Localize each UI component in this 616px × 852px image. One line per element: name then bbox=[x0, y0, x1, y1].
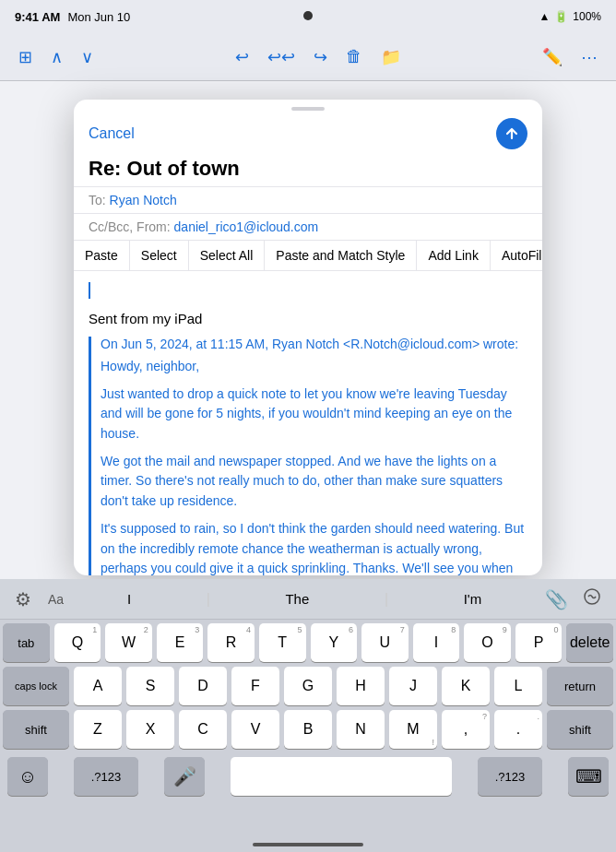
prediction-3[interactable]: I'm bbox=[453, 589, 493, 609]
key-k[interactable]: K bbox=[442, 667, 490, 705]
compose-button[interactable]: ✏️ bbox=[535, 41, 570, 73]
subject-line: Re: Out of town bbox=[74, 157, 542, 186]
quoted-paragraph-2: Just wanted to drop a quick note to let … bbox=[101, 385, 527, 444]
right-shift-key[interactable]: shift bbox=[547, 710, 613, 749]
add-link-button[interactable]: Add Link bbox=[417, 241, 490, 270]
prediction-1[interactable]: I bbox=[116, 589, 142, 609]
drag-handle bbox=[291, 107, 325, 111]
keyboard-top-right: 📎 bbox=[539, 584, 607, 614]
wifi-icon: ▲ bbox=[539, 10, 550, 23]
prev-message-button[interactable]: ∧ bbox=[43, 41, 70, 73]
key-l[interactable]: L bbox=[494, 667, 542, 705]
key-g[interactable]: G bbox=[284, 667, 332, 705]
key-e[interactable]: 3E bbox=[157, 623, 204, 662]
font-size-button[interactable]: Aa bbox=[42, 588, 69, 610]
key-b[interactable]: B bbox=[284, 710, 332, 749]
reply-button[interactable]: ↩ bbox=[228, 41, 256, 73]
key-x[interactable]: X bbox=[126, 710, 174, 749]
num-sym-key-left[interactable]: .?123 bbox=[74, 757, 138, 796]
key-f[interactable]: F bbox=[231, 667, 279, 705]
autofill-button[interactable]: AutoFill bbox=[491, 241, 542, 270]
num-sym-key-right[interactable]: .?123 bbox=[478, 757, 542, 796]
key-a[interactable]: A bbox=[74, 667, 122, 705]
key-t[interactable]: 5T bbox=[259, 623, 306, 662]
key-r[interactable]: 4R bbox=[207, 623, 255, 662]
select-all-button[interactable]: Select All bbox=[189, 241, 266, 270]
prediction-2[interactable]: The bbox=[274, 589, 320, 609]
key-d[interactable]: D bbox=[179, 667, 227, 705]
cc-bcc-label: Cc/Bcc, From: bbox=[89, 219, 171, 234]
key-u[interactable]: 7U bbox=[361, 623, 409, 662]
tab-key[interactable]: tab bbox=[3, 623, 50, 662]
status-icons: ▲ 🔋 100% bbox=[539, 10, 601, 23]
status-bar: 9:41 AM Mon Jun 10 ▲ 🔋 100% bbox=[0, 0, 616, 33]
num-sym-label-left: .?123 bbox=[91, 770, 122, 784]
status-date: Mon Jun 10 bbox=[67, 10, 130, 24]
quoted-paragraph-3: We got the mail and newspaper stopped. A… bbox=[101, 452, 527, 512]
key-m[interactable]: M! bbox=[389, 710, 437, 749]
key-z[interactable]: Z bbox=[74, 710, 122, 749]
keyboard-settings-button[interactable]: ⚙ bbox=[9, 585, 37, 614]
more-button[interactable]: ⋯ bbox=[574, 41, 605, 73]
front-camera-indicator bbox=[303, 11, 313, 20]
paste-match-style-button[interactable]: Paste and Match Style bbox=[265, 241, 417, 270]
cc-bcc-value[interactable]: daniel_rico1@icloud.com bbox=[174, 219, 319, 234]
keyboard-row-3: shift Z X C V B N M! ,? .. shift bbox=[3, 710, 613, 749]
emoji-key[interactable]: ☺ bbox=[7, 757, 48, 796]
text-cursor bbox=[89, 282, 90, 299]
mic-icon: 🎤 bbox=[173, 765, 196, 787]
quoted-block: On Jun 5, 2024, at 11:15 AM, Ryan Notch … bbox=[89, 337, 527, 575]
main-toolbar: ⊞ ∧ ∨ ↩ ↩↩ ↪ 🗑 📁 ✏️ ⋯ bbox=[0, 33, 616, 81]
keyboard-dismiss-icon: ⌨ bbox=[575, 765, 602, 787]
return-key[interactable]: return bbox=[547, 667, 613, 705]
keyboard: ⚙ Aa I | The | I'm 📎 tab 1Q 2W 3E 4 bbox=[0, 579, 616, 852]
key-s[interactable]: S bbox=[126, 667, 174, 705]
status-time: 9:41 AM bbox=[15, 10, 60, 24]
cc-bcc-field-row: Cc/Bcc, From: daniel_rico1@icloud.com bbox=[74, 213, 542, 240]
context-menu-toolbar: Paste Select Select All Paste and Match … bbox=[74, 240, 542, 271]
delete-key[interactable]: delete bbox=[566, 623, 613, 662]
compose-sheet: Cancel Re: Out of town To: Ryan Notch Cc… bbox=[74, 100, 542, 575]
reply-all-button[interactable]: ↩↩ bbox=[260, 41, 302, 73]
key-comma[interactable]: ,? bbox=[442, 710, 490, 749]
key-j[interactable]: J bbox=[389, 667, 437, 705]
key-h[interactable]: H bbox=[337, 667, 385, 705]
keyboard-bottom-bar: ☺ .?123 🎤 .?123 ⌨ bbox=[0, 753, 616, 799]
caps-lock-key[interactable]: caps lock bbox=[3, 667, 69, 705]
prediction-bar: I | The | I'm bbox=[75, 589, 534, 609]
send-button[interactable] bbox=[496, 118, 527, 149]
trash-button[interactable]: 🗑 bbox=[338, 41, 370, 72]
key-period[interactable]: .. bbox=[494, 710, 542, 749]
mic-key[interactable]: 🎤 bbox=[164, 757, 205, 796]
attachment-button[interactable]: 📎 bbox=[539, 584, 574, 614]
key-c[interactable]: C bbox=[179, 710, 227, 749]
compose-body[interactable]: Sent from my iPad On Jun 5, 2024, at 11:… bbox=[74, 271, 542, 575]
key-o[interactable]: 9O bbox=[464, 623, 511, 662]
key-y[interactable]: 6Y bbox=[311, 623, 358, 662]
compose-header: Cancel bbox=[74, 114, 542, 157]
num-sym-label-right: .?123 bbox=[495, 770, 526, 784]
key-n[interactable]: N bbox=[337, 710, 385, 749]
key-q[interactable]: 1Q bbox=[54, 623, 101, 662]
left-shift-key[interactable]: shift bbox=[3, 710, 69, 749]
quoted-paragraph-1: Howdy, neighbor, bbox=[101, 357, 527, 377]
key-w[interactable]: 2W bbox=[105, 623, 152, 662]
space-key[interactable] bbox=[231, 757, 452, 796]
paste-button[interactable]: Paste bbox=[74, 241, 130, 270]
keyboard-dismiss-button[interactable]: ⌨ bbox=[568, 757, 609, 796]
to-value[interactable]: Ryan Notch bbox=[110, 193, 177, 207]
keyboard-row-1: tab 1Q 2W 3E 4R 5T 6Y 7U 8I 9O 0P delete bbox=[3, 623, 613, 662]
keyboard-top-bar: ⚙ Aa I | The | I'm 📎 bbox=[0, 579, 616, 620]
next-message-button[interactable]: ∨ bbox=[74, 41, 101, 73]
scribble-button[interactable] bbox=[577, 584, 607, 614]
scribble-icon bbox=[583, 587, 601, 606]
key-p[interactable]: 0P bbox=[515, 623, 563, 662]
keyboard-rows: tab 1Q 2W 3E 4R 5T 6Y 7U 8I 9O 0P delete… bbox=[0, 620, 616, 749]
select-button[interactable]: Select bbox=[130, 241, 189, 270]
key-i[interactable]: 8I bbox=[413, 623, 460, 662]
forward-button[interactable]: ↪ bbox=[306, 41, 335, 73]
key-v[interactable]: V bbox=[231, 710, 279, 749]
sidebar-toggle-button[interactable]: ⊞ bbox=[11, 41, 40, 73]
folder-button[interactable]: 📁 bbox=[373, 41, 409, 73]
cancel-button[interactable]: Cancel bbox=[89, 125, 135, 142]
